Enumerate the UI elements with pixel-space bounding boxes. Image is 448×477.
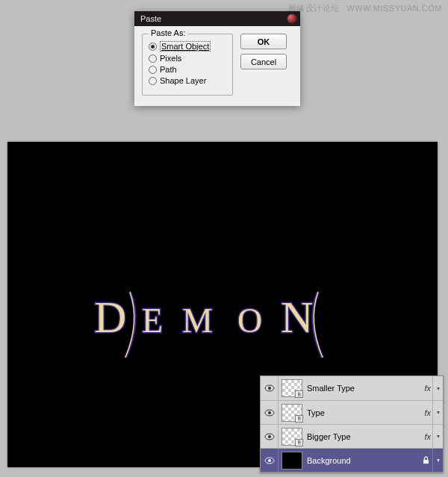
smart-object-badge-icon: ⎘ [295, 439, 303, 446]
cancel-button[interactable]: Cancel [240, 54, 287, 69]
lock-icon [423, 456, 429, 464]
fx-expand-toggle[interactable]: ▾ [432, 376, 443, 400]
smart-object-badge-icon: ⎘ [295, 390, 303, 398]
layer-name: Background [307, 456, 423, 465]
close-icon[interactable] [287, 13, 297, 24]
letter-o: O [237, 302, 267, 340]
watermark-text-right: WWW.MISSYUAN.COM [346, 4, 442, 13]
fx-expand-toggle[interactable]: ▾ [432, 425, 443, 448]
layers-panel: ⎘ Smaller Type fx ▾ ⎘ Type fx ▾ ⎘ Bigger… [260, 375, 444, 473]
visibility-toggle[interactable] [261, 376, 279, 400]
svg-rect-8 [423, 460, 429, 464]
fx-expand-toggle[interactable]: ▾ [432, 449, 443, 472]
letter-e: E [142, 302, 167, 340]
option-shape-layer[interactable]: Shape Layer [149, 76, 226, 85]
option-label: Shape Layer [160, 76, 206, 85]
option-path[interactable]: Path [149, 65, 226, 74]
radio-icon [149, 77, 157, 85]
layer-row-type[interactable]: ⎘ Type fx ▾ [261, 400, 443, 424]
layer-row-bigger-type[interactable]: ⎘ Bigger Type fx ▾ [261, 424, 443, 448]
dialog-title: Paste [140, 14, 161, 23]
layer-name: Smaller Type [307, 384, 424, 393]
fx-expand-toggle[interactable]: ▾ [432, 401, 443, 424]
option-pixels[interactable]: Pixels [149, 54, 226, 63]
demon-text-artwork: D E M O N [94, 286, 351, 361]
option-label: Pixels [160, 54, 181, 63]
radio-icon [149, 43, 157, 51]
svg-point-7 [268, 459, 271, 462]
layer-row-smaller-type[interactable]: ⎘ Smaller Type fx ▾ [261, 376, 443, 400]
radio-icon [149, 66, 157, 74]
paste-as-fieldset: Paste As: Smart Object Pixels Path Shape… [142, 34, 233, 96]
layer-thumbnail[interactable]: ⎘ [281, 428, 302, 446]
paste-dialog: Paste Paste As: Smart Object Pixels Path… [134, 11, 300, 106]
visibility-toggle[interactable] [261, 401, 279, 424]
visibility-toggle[interactable] [261, 449, 279, 472]
layer-thumbnail[interactable]: ⎘ [281, 404, 302, 422]
dialog-buttons: OK Cancel [240, 34, 287, 69]
layer-name: Bigger Type [307, 432, 424, 441]
letter-d: D [94, 293, 131, 342]
eye-icon [264, 384, 275, 392]
fieldset-legend: Paste As: [149, 28, 187, 37]
eye-icon [264, 457, 275, 464]
layer-thumbnail[interactable] [281, 452, 302, 470]
layer-thumbnail[interactable]: ⎘ [281, 379, 302, 397]
dialog-body: Paste As: Smart Object Pixels Path Shape… [134, 26, 300, 106]
option-label: Smart Object [160, 41, 211, 52]
fx-label: fx [424, 384, 431, 393]
eye-icon [264, 433, 275, 440]
layer-name: Type [307, 408, 424, 417]
smart-object-badge-icon: ⎘ [295, 415, 303, 423]
svg-point-3 [268, 411, 271, 414]
svg-point-1 [268, 387, 271, 390]
dialog-titlebar[interactable]: Paste [134, 11, 300, 26]
fx-label: fx [424, 432, 431, 441]
letter-m: M [182, 302, 217, 340]
layer-row-background[interactable]: Background ▾ [261, 448, 443, 472]
ok-button[interactable]: OK [240, 34, 287, 49]
option-smart-object[interactable]: Smart Object [149, 41, 226, 52]
option-label: Path [160, 65, 177, 74]
svg-point-5 [268, 435, 271, 438]
fx-label: fx [424, 408, 431, 417]
eye-icon [264, 409, 275, 417]
visibility-toggle[interactable] [261, 425, 279, 448]
radio-icon [149, 54, 157, 63]
watermark: 思缘设计论坛 WWW.MISSYUAN.COM [288, 3, 442, 14]
